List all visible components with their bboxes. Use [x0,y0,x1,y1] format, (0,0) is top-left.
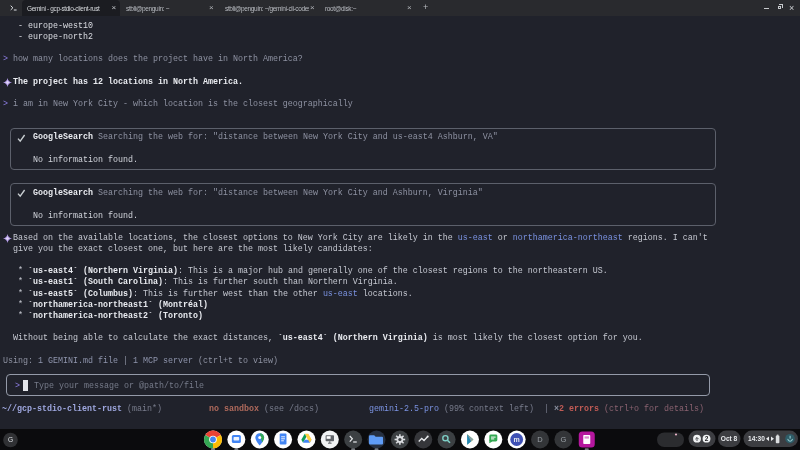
svg-text:Oct 8: Oct 8 [721,435,738,442]
svg-text:2: 2 [705,435,709,442]
svg-text:m: m [514,436,520,443]
svg-text:D: D [537,435,543,444]
svg-text:G: G [8,436,13,443]
svg-text:G: G [560,435,566,444]
svg-text:14:30: 14:30 [748,435,765,442]
